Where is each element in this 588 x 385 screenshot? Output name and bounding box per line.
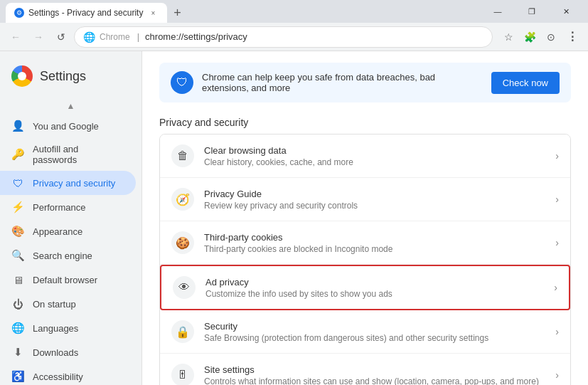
item-desc-third-party-cookies: Third-party cookies are blocked in Incog… — [204, 244, 545, 254]
sidebar-item-accessibility[interactable]: ♿ Accessibility — [0, 364, 136, 385]
sidebar-item-on-startup[interactable]: ⏻ On startup — [0, 292, 136, 316]
addressbar: ← → ↺ 🌐 Chrome | chrome://settings/priva… — [0, 23, 588, 51]
item-desc-ad-privacy: Customize the info used by sites to show… — [205, 289, 544, 299]
refresh-button[interactable]: ↺ — [51, 27, 71, 47]
item-content-site-settings: Site settings Controls what information … — [204, 364, 545, 386]
settings-item-site-settings[interactable]: 🎚 Site settings Controls what informatio… — [160, 354, 570, 385]
sidebar-icon-appearance: 🎨 — [11, 225, 24, 238]
content-area: 🛡 Chrome can help keep you safe from dat… — [142, 51, 588, 385]
sidebar-item-you-and-google[interactable]: 👤 You and Google — [0, 114, 136, 138]
tab-title: Settings - Privacy and security — [28, 8, 143, 18]
item-icon-clear-browsing: 🗑 — [171, 144, 194, 167]
chevron-icon-security: › — [555, 326, 559, 337]
security-banner: 🛡 Chrome can help keep you safe from dat… — [159, 63, 571, 102]
sidebar: Settings ▲ 👤 You and Google 🔑 Autofill a… — [0, 51, 142, 385]
item-icon-privacy-guide: 🧭 — [171, 188, 194, 211]
sidebar-label-default-browser: Default browser — [33, 275, 97, 285]
main-container: Settings ▲ 👤 You and Google 🔑 Autofill a… — [0, 51, 588, 385]
item-icon-security: 🔒 — [171, 320, 194, 343]
new-tab-button[interactable]: + — [167, 3, 187, 23]
chevron-icon-clear-browsing: › — [555, 150, 559, 162]
domain-text: Chrome — [100, 32, 130, 42]
bookmark-button[interactable]: ☆ — [498, 27, 518, 47]
address-field[interactable]: 🌐 Chrome | chrome://settings/privacy — [74, 26, 493, 48]
sidebar-item-autofill[interactable]: 🔑 Autofill and passwords — [0, 138, 136, 171]
tab-bar: Settings - Privacy and security × + — [6, 0, 187, 23]
item-title-ad-privacy: Ad privacy — [205, 277, 544, 288]
chevron-icon-site-settings: › — [555, 369, 559, 381]
sidebar-icon-autofill: 🔑 — [11, 148, 24, 161]
sidebar-item-downloads[interactable]: ⬇ Downloads — [0, 340, 136, 364]
sidebar-icon-search-engine: 🔍 — [11, 249, 24, 262]
item-content-third-party-cookies: Third-party cookies Third-party cookies … — [204, 232, 545, 254]
sidebar-label-performance: Performance — [33, 202, 85, 213]
item-desc-site-settings: Controls what information sites can use … — [204, 376, 545, 386]
chevron-icon-third-party-cookies: › — [555, 237, 559, 248]
sidebar-label-accessibility: Accessibility — [33, 371, 83, 382]
item-title-clear-browsing: Clear browsing data — [204, 145, 545, 156]
settings-item-third-party-cookies[interactable]: 🍪 Third-party cookies Third-party cookie… — [160, 221, 570, 265]
sidebar-label-downloads: Downloads — [33, 347, 78, 358]
url-text: chrome://settings/privacy — [145, 31, 247, 42]
item-title-security: Security — [204, 321, 545, 332]
sidebar-item-search-engine[interactable]: 🔍 Search engine — [0, 243, 136, 268]
sidebar-label-search-engine: Search engine — [33, 250, 92, 261]
settings-item-clear-browsing[interactable]: 🗑 Clear browsing data Clear history, coo… — [160, 135, 570, 178]
titlebar: Settings - Privacy and security × + — ❐ … — [0, 0, 588, 23]
chrome-menu-button[interactable]: ⋮ — [562, 27, 582, 47]
sidebar-icon-default-browser: 🖥 — [11, 273, 24, 286]
tab-close-button[interactable]: × — [147, 7, 159, 19]
sidebar-item-default-browser[interactable]: 🖥 Default browser — [0, 268, 136, 292]
chrome-logo — [11, 65, 33, 87]
back-button[interactable]: ← — [6, 27, 26, 47]
settings-item-security[interactable]: 🔒 Security Safe Browsing (protection fro… — [160, 310, 570, 354]
profile-button[interactable]: ⊙ — [541, 27, 561, 47]
globe-icon: 🌐 — [83, 31, 95, 43]
tab-favicon — [14, 8, 24, 18]
chevron-icon-ad-privacy: › — [554, 282, 557, 293]
forward-button[interactable]: → — [28, 27, 48, 47]
settings-item-ad-privacy[interactable]: 👁 Ad privacy Customize the info used by … — [160, 265, 570, 310]
sidebar-icon-performance: ⚡ — [11, 201, 24, 213]
sidebar-label-autofill: Autofill and passwords — [33, 144, 124, 165]
chevron-icon-privacy-guide: › — [555, 194, 559, 205]
sidebar-icon-on-startup: ⏻ — [11, 297, 24, 310]
item-content-privacy-guide: Privacy Guide Review key privacy and sec… — [204, 189, 545, 211]
sidebar-label-on-startup: On startup — [33, 299, 76, 310]
maximize-button[interactable]: ❐ — [515, 0, 548, 23]
item-icon-third-party-cookies: 🍪 — [171, 231, 194, 254]
item-content-clear-browsing: Clear browsing data Clear history, cooki… — [204, 145, 545, 167]
item-desc-privacy-guide: Review key privacy and security controls — [204, 201, 545, 211]
window-controls: — ❐ ✕ — [481, 0, 582, 23]
check-now-button[interactable]: Check now — [491, 72, 560, 94]
extension-button[interactable]: 🧩 — [520, 27, 540, 47]
settings-item-privacy-guide[interactable]: 🧭 Privacy Guide Review key privacy and s… — [160, 178, 570, 221]
sidebar-icon-you-and-google: 👤 — [11, 120, 24, 132]
item-title-third-party-cookies: Third-party cookies — [204, 232, 545, 243]
item-title-site-settings: Site settings — [204, 364, 545, 375]
item-desc-clear-browsing: Clear history, cookies, cache, and more — [204, 157, 545, 167]
sidebar-icon-downloads: ⬇ — [11, 346, 24, 359]
sidebar-item-privacy[interactable]: 🛡 Privacy and security — [0, 171, 136, 195]
active-tab[interactable]: Settings - Privacy and security × — [6, 3, 167, 23]
sidebar-item-performance[interactable]: ⚡ Performance — [0, 195, 136, 219]
item-content-ad-privacy: Ad privacy Customize the info used by si… — [205, 277, 544, 299]
item-icon-site-settings: 🎚 — [171, 364, 194, 385]
sidebar-header: Settings — [0, 57, 141, 95]
sidebar-title: Settings — [40, 69, 86, 84]
item-title-privacy-guide: Privacy Guide — [204, 189, 545, 199]
sidebar-label-languages: Languages — [33, 323, 78, 334]
banner-text: Chrome can help keep you safe from data … — [202, 72, 483, 93]
sidebar-label-privacy: Privacy and security — [33, 178, 115, 189]
minimize-button[interactable]: — — [481, 0, 514, 23]
banner-icon: 🛡 — [171, 71, 193, 94]
item-desc-security: Safe Browsing (protection from dangerous… — [204, 333, 545, 343]
sidebar-item-appearance[interactable]: 🎨 Appearance — [0, 219, 136, 243]
sidebar-label-you-and-google: You and Google — [33, 121, 99, 132]
close-button[interactable]: ✕ — [550, 0, 582, 23]
sidebar-label-appearance: Appearance — [33, 226, 82, 237]
sidebar-scroll-indicator: ▲ — [0, 98, 141, 114]
sidebar-nav: 👤 You and Google 🔑 Autofill and password… — [0, 114, 141, 385]
sidebar-item-languages[interactable]: 🌐 Languages — [0, 316, 136, 340]
separator: | — [137, 31, 139, 42]
